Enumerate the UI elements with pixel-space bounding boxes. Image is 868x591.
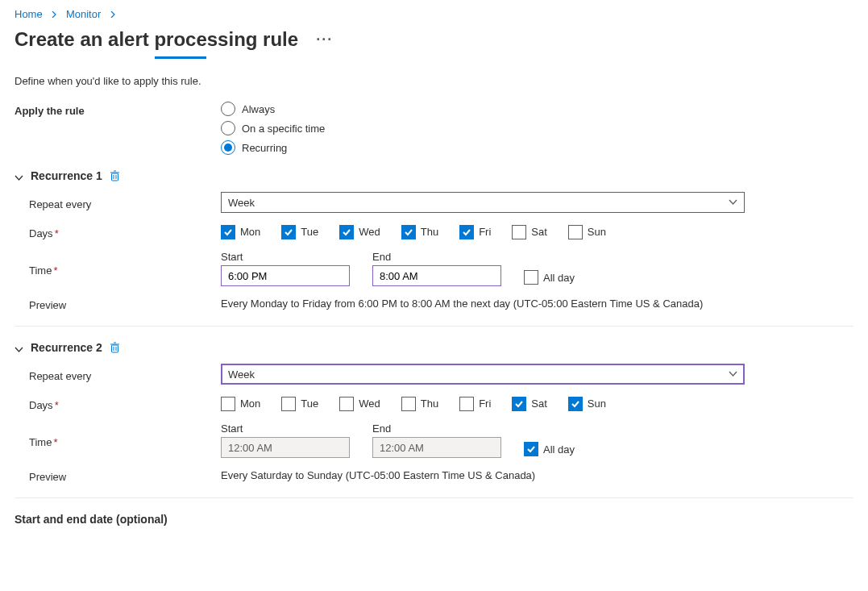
checkbox-icon — [281, 225, 296, 239]
start-time-input-1[interactable] — [221, 265, 350, 286]
start-time-col-2: Start — [221, 422, 350, 458]
days-label-2: Days* — [15, 396, 221, 411]
page-title: Create an alert processing rule ··· — [15, 28, 853, 51]
checkbox-icon — [459, 225, 474, 239]
delete-recurrence-2-button[interactable] — [110, 342, 120, 353]
divider — [15, 497, 853, 498]
checkbox-icon — [401, 225, 416, 239]
chevron-down-icon — [729, 197, 737, 209]
subtext: Define when you'd like to apply this rul… — [15, 75, 853, 87]
breadcrumb-monitor[interactable]: Monitor — [66, 8, 101, 20]
end-label: End — [372, 422, 501, 435]
start-label: Start — [221, 251, 350, 263]
repeat-every-value-2: Week — [228, 368, 255, 381]
day-tue-1[interactable]: Tue — [281, 225, 318, 239]
days-group-2: Mon Tue Wed Thu Fri Sat Sun — [221, 397, 606, 411]
repeat-every-label-1: Repeat every — [15, 195, 221, 210]
recurrence-2-header[interactable]: Recurrence 2 — [15, 341, 853, 354]
radio-icon — [221, 102, 235, 116]
end-time-input-1[interactable] — [372, 265, 501, 286]
day-wed-2[interactable]: Wed — [339, 397, 380, 411]
all-day-label: All day — [543, 272, 575, 284]
all-day-checkbox-1[interactable]: All day — [524, 270, 575, 285]
start-time-col-1: Start — [221, 251, 350, 286]
day-mon-1[interactable]: Mon — [221, 225, 260, 239]
start-label: Start — [221, 422, 350, 435]
end-label: End — [372, 251, 501, 263]
day-sun-1[interactable]: Sun — [568, 225, 606, 239]
checkbox-icon — [401, 397, 416, 411]
start-time-input-2 — [221, 437, 350, 458]
checkbox-icon — [459, 397, 474, 411]
day-sat-1[interactable]: Sat — [512, 225, 547, 239]
checkbox-icon — [512, 397, 526, 411]
checkbox-icon — [281, 397, 296, 411]
divider — [15, 326, 853, 327]
checkbox-icon — [339, 225, 354, 239]
checkbox-icon — [568, 225, 583, 239]
all-day-label: All day — [543, 443, 575, 456]
checkbox-icon — [221, 397, 235, 411]
preview-label-1: Preview — [15, 298, 221, 311]
start-end-date-section-header: Start and end date (optional) — [15, 513, 853, 529]
more-actions-icon[interactable]: ··· — [316, 32, 333, 47]
time-label-1: Time* — [15, 261, 221, 277]
radio-always[interactable]: Always — [221, 102, 325, 116]
day-tue-2[interactable]: Tue — [281, 397, 318, 411]
chevron-down-icon — [729, 368, 737, 381]
preview-text-1: Every Monday to Friday from 6:00 PM to 8… — [221, 298, 703, 311]
day-mon-2[interactable]: Mon — [221, 397, 260, 411]
day-fri-1[interactable]: Fri — [459, 225, 491, 239]
repeat-every-value-1: Week — [228, 197, 255, 209]
radio-icon — [221, 121, 235, 135]
day-fri-2[interactable]: Fri — [459, 397, 491, 411]
day-thu-2[interactable]: Thu — [401, 397, 438, 411]
preview-text-2: Every Saturday to Sunday (UTC-05:00 East… — [221, 469, 535, 483]
end-time-input-2 — [372, 437, 501, 458]
checkbox-icon — [339, 397, 354, 411]
checkbox-icon — [221, 225, 235, 239]
tab-underline — [155, 56, 206, 59]
radio-specific-label: On a specific time — [242, 123, 325, 135]
radio-always-label: Always — [242, 103, 275, 115]
breadcrumb-home[interactable]: Home — [15, 8, 43, 20]
checkbox-icon — [524, 270, 538, 285]
radio-recurring[interactable]: Recurring — [221, 140, 325, 155]
chevron-down-icon — [15, 343, 23, 352]
svg-rect-1 — [111, 345, 118, 352]
repeat-every-select-1[interactable]: Week — [221, 192, 745, 213]
checkbox-icon — [512, 225, 526, 239]
repeat-every-label-2: Repeat every — [15, 367, 221, 382]
recurrence-2-title: Recurrence 2 — [31, 341, 102, 354]
day-thu-1[interactable]: Thu — [401, 225, 438, 239]
breadcrumb: Home Monitor — [15, 6, 853, 23]
recurrence-1-title: Recurrence 1 — [31, 169, 102, 182]
end-time-col-2: End — [372, 422, 501, 458]
day-sun-2[interactable]: Sun — [568, 397, 606, 411]
apply-rule-label: Apply the rule — [15, 102, 221, 117]
days-label-1: Days* — [15, 224, 221, 239]
repeat-every-select-2[interactable]: Week — [221, 364, 745, 385]
all-day-checkbox-2[interactable]: All day — [524, 442, 575, 456]
end-time-col-1: End — [372, 251, 501, 286]
chevron-right-icon — [51, 8, 57, 20]
radio-icon — [221, 140, 235, 155]
apply-rule-radios: Always On a specific time Recurring — [221, 102, 325, 155]
checkbox-icon — [568, 397, 583, 411]
svg-rect-0 — [111, 173, 118, 181]
delete-recurrence-1-button[interactable] — [110, 170, 120, 181]
radio-specific-time[interactable]: On a specific time — [221, 121, 325, 135]
day-sat-2[interactable]: Sat — [512, 397, 547, 411]
chevron-right-icon — [110, 8, 116, 20]
days-group-1: Mon Tue Wed Thu Fri Sat Sun — [221, 225, 606, 239]
chevron-down-icon — [15, 172, 23, 181]
preview-label-2: Preview — [15, 469, 221, 483]
checkbox-icon — [524, 442, 538, 456]
radio-recurring-label: Recurring — [242, 142, 287, 154]
recurrence-1-header[interactable]: Recurrence 1 — [15, 169, 853, 182]
time-label-2: Time* — [15, 433, 221, 448]
day-wed-1[interactable]: Wed — [339, 225, 380, 239]
